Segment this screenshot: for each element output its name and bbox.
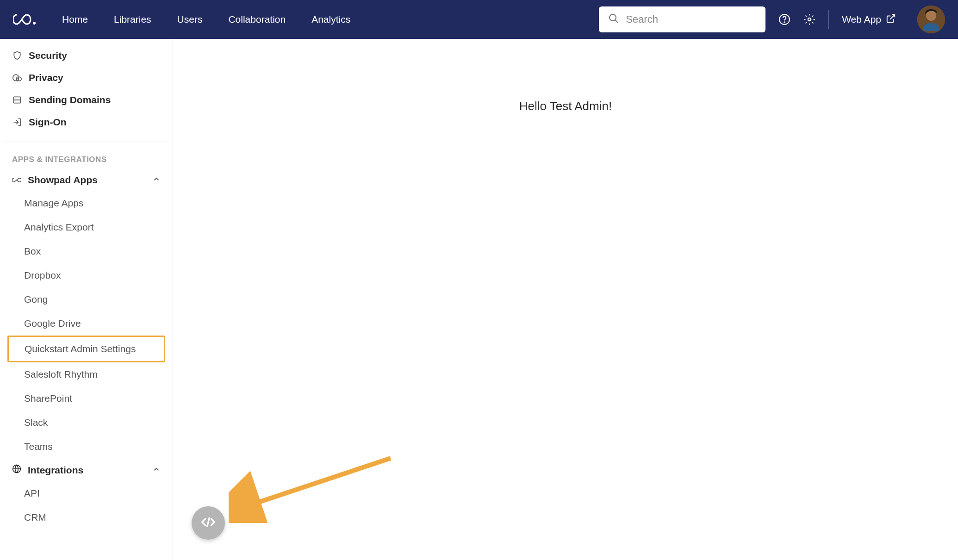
svg-rect-10 — [14, 97, 21, 100]
nav-analytics[interactable]: Analytics — [299, 0, 363, 39]
sidebar-subitem-salesloft[interactable]: Salesloft Rhythm — [5, 362, 168, 386]
sidebar-expandable-label: Integrations — [28, 465, 146, 476]
code-icon — [201, 515, 216, 532]
cloud-lock-icon — [12, 73, 22, 83]
sidebar-item-privacy[interactable]: Privacy — [5, 67, 168, 89]
web-app-link[interactable]: Web App — [842, 13, 896, 26]
sign-in-icon — [12, 117, 22, 127]
content-area: Hello Test Admin! — [173, 39, 958, 560]
sidebar-item-sign-on[interactable]: Sign-On — [5, 111, 168, 133]
sidebar-subitem-google-drive[interactable]: Google Drive — [5, 311, 168, 336]
sidebar-subitem-api[interactable]: API — [5, 481, 168, 505]
sidebar-item-sending-domains[interactable]: Sending Domains — [5, 89, 168, 111]
nav-home[interactable]: Home — [49, 0, 101, 39]
external-link-icon — [886, 13, 896, 26]
welcome-text: Hello Test Admin! — [519, 99, 612, 113]
top-navigation: Home Libraries Users Collaboration Analy… — [0, 0, 958, 39]
web-app-label: Web App — [842, 14, 881, 25]
search-input[interactable] — [626, 13, 756, 25]
sidebar-item-label: Sign-On — [29, 117, 67, 128]
svg-point-0 — [33, 22, 36, 25]
sidebar-divider — [5, 142, 168, 142]
svg-point-1 — [610, 14, 616, 21]
nav-links: Home Libraries Users Collaboration Analy… — [49, 0, 363, 39]
sidebar-subitem-manage-apps[interactable]: Manage Apps — [5, 191, 168, 215]
chevron-up-icon — [152, 174, 161, 186]
svg-line-17 — [207, 517, 209, 527]
sidebar-subitem-quickstart-admin[interactable]: Quickstart Admin Settings — [7, 336, 165, 362]
server-icon — [12, 95, 22, 105]
sidebar-subitem-sharepoint[interactable]: SharePoint — [5, 386, 168, 411]
chevron-up-icon — [152, 465, 161, 476]
svg-line-6 — [890, 14, 895, 19]
annotation-arrow — [229, 454, 400, 523]
globe-icon — [12, 464, 21, 476]
sidebar-item-label: Sending Domains — [29, 94, 111, 106]
nav-libraries[interactable]: Libraries — [101, 0, 164, 39]
sidebar-item-security[interactable]: Security — [5, 44, 168, 67]
sidebar-subitem-teams[interactable]: Teams — [5, 435, 168, 459]
help-icon[interactable] — [778, 13, 790, 25]
user-avatar[interactable] — [917, 6, 945, 33]
infinity-icon — [12, 174, 21, 186]
sidebar-subitem-gong[interactable]: Gong — [5, 287, 168, 311]
search-icon — [608, 13, 619, 26]
search-box[interactable] — [599, 6, 765, 32]
shield-icon — [12, 50, 22, 61]
svg-line-19 — [252, 458, 391, 504]
sidebar-subitem-slack[interactable]: Slack — [5, 411, 168, 435]
sidebar: Security Privacy — [0, 39, 173, 560]
logo[interactable] — [13, 13, 36, 26]
sidebar-subitem-dropbox[interactable]: Dropbox — [5, 263, 168, 287]
svg-rect-9 — [16, 78, 19, 80]
sidebar-subitem-analytics-export[interactable]: Analytics Export — [5, 215, 168, 239]
dev-tools-button[interactable] — [192, 506, 225, 540]
nav-divider — [828, 10, 829, 29]
sidebar-subitem-box[interactable]: Box — [5, 239, 168, 263]
sidebar-subitem-crm[interactable]: CRM — [5, 505, 168, 529]
sidebar-item-label: Privacy — [29, 72, 63, 83]
sidebar-expandable-label: Showpad Apps — [28, 174, 146, 186]
svg-rect-11 — [14, 100, 21, 103]
settings-icon[interactable] — [803, 13, 815, 25]
sidebar-section-header: APPS & INTEGRATIONS — [5, 150, 168, 169]
svg-point-5 — [808, 18, 811, 21]
svg-point-4 — [784, 22, 785, 22]
svg-point-8 — [926, 11, 936, 21]
sidebar-item-label: Security — [29, 50, 67, 61]
nav-users[interactable]: Users — [164, 0, 216, 39]
sidebar-integrations[interactable]: Integrations — [5, 459, 168, 481]
svg-line-2 — [615, 20, 618, 23]
nav-collaboration[interactable]: Collaboration — [215, 0, 299, 39]
sidebar-showpad-apps[interactable]: Showpad Apps — [5, 169, 168, 191]
nav-icons: Web App — [778, 6, 945, 33]
